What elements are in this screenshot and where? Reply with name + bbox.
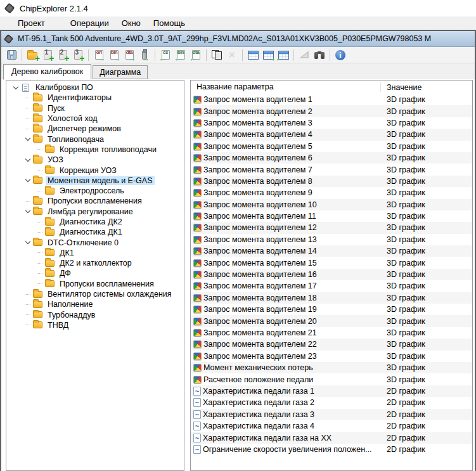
close-window-button[interactable] xyxy=(224,48,240,62)
table-row[interactable]: Характеристика педали газа 42D график xyxy=(191,420,472,432)
tab-calibration-tree[interactable]: Дерево калибровок xyxy=(3,64,91,80)
doc-import-icon xyxy=(192,50,200,60)
table-row[interactable]: Характеристика педали газа 22D график xyxy=(191,397,472,408)
table-row[interactable]: Запрос момента водителем 133D график xyxy=(191,234,472,245)
tree-item[interactable]: ДК1 xyxy=(6,248,184,258)
table-row[interactable]: Характеристика педали газа на ХХ2D графи… xyxy=(191,432,472,443)
tree-item[interactable]: Вентилятор системы охлаждения xyxy=(6,289,184,299)
table-row[interactable]: Запрос момента водителем 73D график xyxy=(191,164,472,175)
compare-windows-button[interactable] xyxy=(209,48,224,62)
chevron-down-icon[interactable] xyxy=(22,210,33,212)
table-row[interactable]: Запрос момента водителем 23D график xyxy=(191,105,472,117)
table-row[interactable]: Запрос момента водителем 233D график xyxy=(191,351,472,362)
table-row[interactable]: Запрос момента водителем 203D график xyxy=(191,315,472,326)
export-bin-button[interactable] xyxy=(106,48,122,62)
table-row[interactable]: Запрос момента водителем 163D график xyxy=(191,269,472,280)
tree-item[interactable]: Электродроссель xyxy=(6,186,184,196)
table-row[interactable]: Момент механических потерь3D график xyxy=(191,362,472,373)
menu-item-проект[interactable]: Проект xyxy=(13,18,50,29)
table-row[interactable]: Запрос момента водителем 153D график xyxy=(191,257,472,268)
table-row[interactable]: Ограничение скорости увеличения положен.… xyxy=(191,444,472,455)
table-view-button[interactable] xyxy=(245,48,261,62)
search-button[interactable] xyxy=(312,48,327,62)
parameter-value: 3D график xyxy=(381,259,425,268)
tree-item[interactable]: Турбонаддув xyxy=(6,310,184,320)
tree-item[interactable]: Идентификаторы xyxy=(6,93,184,103)
menu-item-помощь[interactable]: Помощь xyxy=(148,18,190,29)
column-header-name[interactable]: Название параметра xyxy=(191,82,381,92)
table-row[interactable]: Характеристика педали газа 32D график xyxy=(191,409,472,420)
add-layer-1-button[interactable] xyxy=(40,48,55,62)
table-row[interactable]: Запрос момента водителем 223D график xyxy=(191,339,472,350)
export-dta-button[interactable] xyxy=(122,48,137,62)
chevron-down-icon[interactable] xyxy=(22,179,33,181)
tree-item[interactable]: ДК2 и катколлектор xyxy=(6,258,184,268)
tree-connector xyxy=(22,129,33,129)
tree-item[interactable]: Коррекция УОЗ xyxy=(6,165,184,175)
tree-item[interactable]: Пуск xyxy=(6,103,184,113)
tree-item[interactable]: Моментная модель и E-GAS xyxy=(6,176,184,186)
tree-item[interactable]: Топливоподача xyxy=(6,134,184,144)
import-dta-button[interactable] xyxy=(188,48,203,62)
info-button[interactable] xyxy=(333,48,348,62)
table-row[interactable]: Запрос момента водителем 53D график xyxy=(191,141,472,152)
3d-chart-icon xyxy=(193,154,202,162)
add-layer-2-button[interactable] xyxy=(55,48,70,62)
chevron-down-icon[interactable] xyxy=(10,87,21,89)
save-button[interactable] xyxy=(4,48,19,62)
chevron-down-icon[interactable] xyxy=(22,159,33,161)
add-project-button[interactable] xyxy=(25,48,40,62)
chevron-down-icon[interactable] xyxy=(22,242,33,243)
menu-item-операции[interactable]: Операции xyxy=(65,18,114,29)
tree-item[interactable]: УОЗ xyxy=(6,155,184,165)
add-layer-3-button[interactable] xyxy=(70,48,86,62)
table-row[interactable]: Запрос момента водителем 193D график xyxy=(191,304,472,315)
table-row[interactable]: Характеристика педали газа 12D график xyxy=(191,385,472,397)
tree-item[interactable]: Диспетчер режимов xyxy=(6,124,184,134)
table-row[interactable]: Запрос момента водителем 173D график xyxy=(191,280,472,292)
parameter-value: 3D график xyxy=(381,95,425,104)
import-bin-button[interactable] xyxy=(173,48,188,62)
document-titlebar[interactable]: MT-95.1_Tank 500 Adventure_4WD_3.0T_9AT_… xyxy=(1,31,475,47)
tree-item[interactable]: Наполнение xyxy=(6,299,184,309)
export-ori-button[interactable] xyxy=(91,48,106,62)
table-import-button[interactable] xyxy=(276,48,291,62)
table-row[interactable]: Запрос момента водителем 93D график xyxy=(191,187,472,198)
export-usb-button[interactable] xyxy=(137,48,152,62)
table-row[interactable]: Запрос момента водителем 33D график xyxy=(191,117,472,129)
table-row[interactable]: Запрос момента водителем 143D график xyxy=(191,245,472,257)
table-row[interactable]: Запрос момента водителем 43D график xyxy=(191,129,472,140)
table-row[interactable]: Запрос момента водителем 63D график xyxy=(191,152,472,164)
tree-item[interactable]: Калибровки ПО xyxy=(6,82,184,93)
import-cs-button[interactable] xyxy=(158,48,173,62)
column-header-value[interactable]: Значение xyxy=(381,83,421,92)
tree-item[interactable]: Холостой ход xyxy=(6,113,184,124)
tree-item[interactable]: Пропуски воспламенения xyxy=(6,196,184,206)
table-row[interactable]: Запрос момента водителем 113D график xyxy=(191,210,472,222)
tree-item[interactable]: Лямбда регулирование xyxy=(6,207,184,217)
chevron-down-icon[interactable] xyxy=(22,138,33,140)
tree-item[interactable]: DTC-Отключение 0 xyxy=(6,237,184,247)
table-row[interactable]: Запрос момента водителем 183D график xyxy=(191,292,472,304)
tree-item[interactable]: Коррекция топливоподачи xyxy=(6,145,184,155)
tab-diagram[interactable]: Диаграмма xyxy=(93,65,148,79)
tree-item[interactable]: ТНВД xyxy=(6,320,184,330)
parameter-value: 2D график xyxy=(381,410,425,419)
tree-item[interactable]: Диагностика ДК2 xyxy=(6,217,184,227)
app-title: ChipExplorer 2.1.4 xyxy=(20,4,88,13)
table-row[interactable]: Запрос момента водителем 123D график xyxy=(191,222,472,233)
menu-item-окно[interactable]: Окно xyxy=(117,18,146,29)
tree-item[interactable]: Пропуски воспламенения xyxy=(6,279,184,289)
table-row[interactable]: Запрос момента водителем 213D график xyxy=(191,327,472,339)
folder-icon xyxy=(33,208,42,215)
table-row[interactable]: Запрос момента водителем 13D график xyxy=(191,94,472,105)
info-icon xyxy=(335,50,345,60)
table-export-button[interactable] xyxy=(261,48,276,62)
tree-item[interactable]: ДФ xyxy=(6,268,184,278)
parameter-name: Запрос момента водителем 5 xyxy=(203,142,312,151)
table-row[interactable]: Расчетное положение педали3D график xyxy=(191,373,472,385)
tree-item[interactable]: Диагностика ДК1 xyxy=(6,227,184,237)
measure-button[interactable] xyxy=(297,48,312,62)
table-row[interactable]: Запрос момента водителем 83D график xyxy=(191,176,472,187)
table-row[interactable]: Запрос момента водителем 103D график xyxy=(191,199,472,210)
